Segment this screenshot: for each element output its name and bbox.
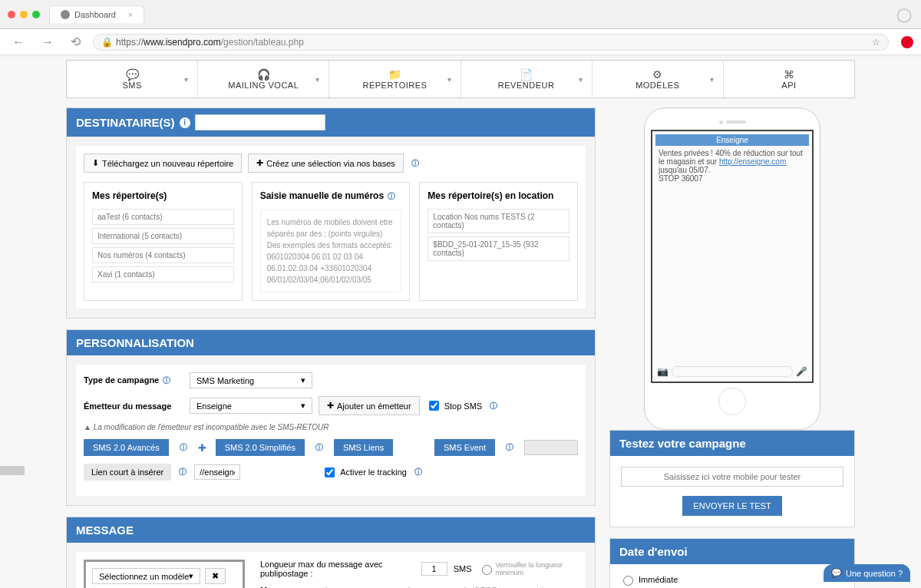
- panel-title-destinataires: DESTINATAIRE(S): [76, 116, 175, 129]
- short-link-input[interactable]: [194, 464, 240, 480]
- browser-tab[interactable]: Dashboard ×: [49, 5, 144, 23]
- user-icon[interactable]: ◯: [896, 6, 912, 23]
- nav-api[interactable]: ⌘API: [724, 61, 854, 97]
- browser-tab-bar: Dashboard × ◯: [0, 0, 921, 29]
- chevron-down-icon: ▾: [184, 75, 188, 84]
- mac-close-icon[interactable]: [8, 11, 15, 18]
- country-select[interactable]: France ▾: [195, 114, 325, 130]
- chevron-down-icon: ▾: [301, 375, 305, 385]
- chat-icon: 💬: [126, 68, 139, 81]
- manual-entry-column: Saisie manuelle de numéros ⓘ Les numéros…: [252, 182, 411, 301]
- immediate-radio[interactable]: Immédiate: [619, 573, 845, 586]
- tab-title: Dashboard: [74, 10, 116, 19]
- forward-button[interactable]: →: [37, 35, 58, 50]
- sms-links-button[interactable]: SMS Liens: [334, 439, 393, 456]
- chevron-down-icon: ▾: [189, 571, 193, 581]
- gear-icon: ⚙: [652, 68, 662, 81]
- nav-modeles[interactable]: ⚙MODÈLES▾: [593, 61, 724, 97]
- location-repertoires-column: Mes répertoire(s) en location Location N…: [419, 182, 578, 301]
- send-test-button[interactable]: ENVOYER LE TEST: [682, 496, 781, 516]
- sms-advanced-button[interactable]: SMS 2.0 Avancés: [84, 439, 169, 456]
- sms-header: Enseigne: [655, 134, 809, 146]
- template-callout: Sélectionnez un modèle▾ ✖ Conserver ce m…: [84, 560, 245, 588]
- info-icon[interactable]: ⓘ: [488, 401, 499, 411]
- browser-toolbar: ← → ⟲ 🔒 https:// www.isendpro.com /gesti…: [0, 29, 921, 55]
- close-tab-icon[interactable]: ×: [128, 10, 133, 19]
- emitter-select[interactable]: Enseigne▾: [190, 398, 312, 414]
- chevron-down-icon: ▾: [301, 401, 305, 411]
- sms-link[interactable]: http://enseigne.com: [719, 157, 786, 166]
- chat-icon: 💬: [831, 568, 842, 578]
- mac-minimize-icon[interactable]: [20, 11, 28, 18]
- chevron-down-icon: ▾: [579, 75, 583, 84]
- short-link-label: Lien court à insérer: [84, 464, 171, 481]
- nav-mailing-vocal[interactable]: 🎧MAILING VOCAL▾: [198, 61, 329, 97]
- panel-personnalisation: PERSONNALISATION Type de campagne ⓘ SMS …: [66, 329, 596, 506]
- nav-sms[interactable]: 💬SMS▾: [67, 61, 198, 97]
- info-icon[interactable]: ⓘ: [386, 191, 397, 202]
- max-length-input[interactable]: [421, 562, 447, 576]
- headset-icon: 🎧: [257, 68, 270, 81]
- panel-send-date: Date d'envoi Immédiate Différée au 📅 10:…: [609, 538, 855, 588]
- camera-icon: 📷: [657, 366, 668, 377]
- mic-icon: 🎤: [796, 366, 807, 377]
- info-icon[interactable]: ⓘ: [161, 375, 172, 386]
- lock-min-checkbox[interactable]: Verrouiller la longueur minimum: [478, 561, 578, 576]
- nav-revendeur[interactable]: 📄REVENDEUR▾: [461, 61, 593, 97]
- document-icon: 📄: [520, 68, 533, 81]
- reload-button[interactable]: ⟲: [66, 34, 85, 50]
- info-icon[interactable]: ⓘ: [413, 467, 424, 477]
- main-top-nav: 💬SMS▾ 🎧MAILING VOCAL▾ 📁RÉPERTOIRES▾ 📄REV…: [66, 60, 855, 98]
- plus-icon: ✚: [256, 158, 263, 168]
- add-emitter-button[interactable]: ✚Ajouter un émetteur: [319, 396, 420, 415]
- info-icon[interactable]: ⓘ: [314, 442, 325, 453]
- code-icon: ⌘: [784, 68, 794, 81]
- panel-message: MESSAGE Sélectionnez un modèle▾ ✖ Conser…: [66, 517, 596, 588]
- campaign-type-select[interactable]: SMS Marketing▾: [190, 372, 312, 388]
- nav-repertoires[interactable]: 📁RÉPERTOIRES▾: [329, 61, 460, 97]
- pinterest-extension-icon[interactable]: [901, 36, 913, 48]
- mac-maximize-icon[interactable]: [32, 11, 40, 18]
- tracking-checkbox[interactable]: Activer le tracking: [322, 465, 407, 480]
- repertoire-location-item[interactable]: $BDD_25-01-2017_15-35 (932 contacts): [427, 236, 569, 261]
- panel-title-message: MESSAGE: [76, 524, 134, 537]
- chat-widget[interactable]: 💬 Une question ?: [824, 564, 910, 582]
- my-repertoires-column: Mes répertoire(s) aaTest (6 contacts) In…: [84, 182, 243, 301]
- info-icon[interactable]: ⓘ: [504, 442, 515, 453]
- panel-test-campaign: Testez votre campagne ENVOYER LE TEST: [609, 430, 855, 527]
- camera-icon: [719, 121, 723, 124]
- repertoire-location-item[interactable]: Location Nos nums TESTS (2 contacts): [427, 209, 569, 233]
- create-selection-button[interactable]: ✚Créez une sélection via nos bases: [248, 154, 404, 173]
- sms-event-input[interactable]: [524, 440, 578, 455]
- decorative-bar: [0, 466, 25, 475]
- sms-event-button[interactable]: SMS Event: [434, 439, 495, 456]
- plus-icon[interactable]: ✚: [198, 442, 206, 454]
- model-select[interactable]: Sélectionnez un modèle▾: [92, 568, 200, 584]
- panel-title-test: Testez votre campagne: [610, 431, 854, 456]
- info-icon[interactable]: ⓘ: [410, 158, 421, 169]
- bookmark-icon[interactable]: ☆: [872, 37, 880, 48]
- panel-title-personnalisation: PERSONNALISATION: [76, 336, 194, 349]
- info-icon[interactable]: i: [180, 117, 190, 128]
- plus-icon: ✚: [327, 401, 334, 411]
- secure-icon: 🔒: [101, 37, 113, 48]
- repertoire-item[interactable]: International (5 contacts): [92, 228, 234, 244]
- panel-destinataires: DESTINATAIRE(S) i France ▾ ⬇Téléchargez …: [66, 107, 596, 319]
- home-button-icon: [718, 388, 746, 415]
- folder-icon: 📁: [388, 68, 401, 81]
- repertoire-item[interactable]: Nos numéros (4 contacts): [92, 247, 234, 263]
- url-bar[interactable]: 🔒 https:// www.isendpro.com /gestion/tab…: [93, 34, 889, 51]
- upload-repertoire-button[interactable]: ⬇Téléchargez un nouveau répertoire: [84, 154, 242, 173]
- repertoire-item[interactable]: aaTest (6 contacts): [92, 209, 234, 225]
- stop-sms-checkbox[interactable]: Stop SMS: [426, 398, 483, 413]
- repertoire-item[interactable]: Xavi (1 contacts): [92, 266, 234, 282]
- chevron-down-icon: ▾: [315, 75, 319, 84]
- test-mobile-input[interactable]: [621, 467, 843, 487]
- clear-model-button[interactable]: ✖: [205, 568, 226, 584]
- sms-simplified-button[interactable]: SMS 2.0 Simplifiés: [216, 439, 305, 456]
- info-icon[interactable]: ⓘ: [178, 442, 189, 453]
- info-icon[interactable]: ⓘ: [177, 467, 188, 477]
- back-button[interactable]: ←: [8, 35, 29, 50]
- favicon-icon: [61, 10, 70, 19]
- chevron-down-icon: ▾: [710, 75, 714, 84]
